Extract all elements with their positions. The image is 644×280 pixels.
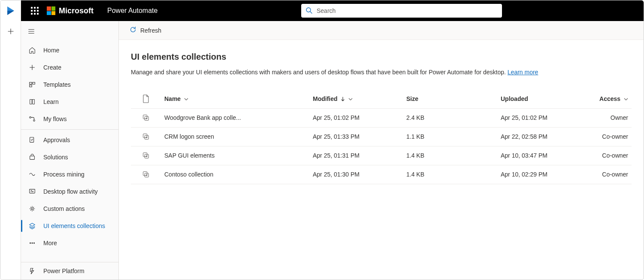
refresh-button[interactable]: Refresh (126, 23, 165, 37)
refresh-label: Refresh (140, 27, 161, 34)
chevron-down-icon (348, 97, 353, 101)
process-mining-icon (28, 170, 36, 179)
svg-rect-1 (30, 82, 32, 85)
sidebar-item-label: Process mining (43, 171, 85, 178)
microsoft-wordmark: Microsoft (59, 6, 94, 15)
column-header-size[interactable]: Size (403, 89, 497, 108)
svg-rect-8 (30, 189, 35, 193)
table-row[interactable]: SAP GUI elements Apr 25, 01:31 PM 1.4 KB… (131, 146, 632, 165)
sidebar-item-label: Solutions (43, 154, 68, 161)
sidebar-item-home[interactable]: Home (21, 42, 118, 59)
column-header-modified[interactable]: Modified (309, 89, 403, 108)
cell-uploaded: Apr 10, 03:47 PM (501, 152, 547, 159)
sidebar-item-solutions[interactable]: Solutions (21, 149, 118, 166)
sidebar-item-label: Approvals (43, 137, 70, 143)
command-bar: Refresh (119, 21, 644, 40)
sidebar-item-create[interactable]: Create (21, 59, 118, 76)
flows-icon (28, 115, 36, 123)
cell-modified: Apr 25, 01:31 PM (313, 152, 360, 159)
sort-descending-icon (341, 97, 345, 102)
svg-rect-6 (30, 137, 34, 143)
sidebar-item-power-platform[interactable]: Power Platform (21, 262, 118, 280)
cell-uploaded: Apr 10, 02:29 PM (501, 171, 547, 178)
chevron-down-icon (624, 97, 628, 101)
custom-actions-icon (28, 204, 36, 213)
top-header: Microsoft Power Automate (21, 0, 644, 21)
search-icon (305, 7, 312, 15)
svg-rect-3 (30, 85, 32, 87)
refresh-icon (129, 26, 137, 35)
cell-name: Contoso collection (164, 171, 213, 178)
collection-icon (134, 170, 157, 178)
column-header-uploaded[interactable]: Uploaded (497, 89, 592, 108)
hamburger-toggle[interactable] (21, 21, 42, 42)
cell-uploaded: Apr 25, 01:02 PM (501, 114, 547, 121)
cell-size: 1.4 KB (406, 152, 424, 159)
power-platform-icon (28, 267, 36, 275)
sidebar-item-label: Desktop flow activity (43, 188, 98, 195)
new-tab-button[interactable] (3, 24, 18, 39)
power-automate-app-icon[interactable] (3, 3, 18, 18)
table-row[interactable]: Contoso collection Apr 25, 01:30 PM 1.4 … (131, 165, 632, 184)
sidebar-divider (21, 129, 118, 130)
sidebar-item-label: My flows (43, 116, 67, 122)
collection-icon (134, 152, 157, 159)
cell-access: Co-owner (602, 133, 628, 140)
templates-icon (28, 80, 36, 89)
book-icon (28, 97, 36, 106)
search-input[interactable] (317, 7, 498, 14)
cell-size: 1.1 KB (406, 133, 424, 140)
microsoft-logo[interactable]: Microsoft (47, 6, 94, 15)
sidebar: Home Create Templates Learn (21, 21, 119, 280)
cell-name: SAP GUI elements (164, 152, 215, 159)
column-header-access[interactable]: Access (592, 89, 632, 108)
collection-icon (134, 133, 157, 140)
app-launcher-waffle-icon[interactable] (24, 0, 45, 21)
page-title: UI elements collections (131, 52, 632, 62)
svg-point-9 (31, 208, 33, 210)
svg-point-10 (30, 243, 30, 243)
cell-size: 1.4 KB (406, 171, 424, 178)
cell-modified: Apr 25, 01:33 PM (313, 133, 360, 140)
file-icon (134, 94, 157, 103)
table-row[interactable]: CRM logon screen Apr 25, 01:33 PM 1.1 KB… (131, 127, 632, 146)
layers-icon (28, 222, 36, 230)
cell-modified: Apr 25, 01:02 PM (313, 114, 360, 121)
activity-icon (28, 187, 36, 196)
sidebar-item-label: Custom actions (43, 205, 85, 212)
content-area: Refresh UI elements collections Manage a… (119, 21, 644, 280)
svg-point-12 (33, 243, 34, 243)
sidebar-item-label: Learn (43, 98, 59, 105)
column-header-name[interactable]: Name (161, 89, 309, 108)
sidebar-item-process-mining[interactable]: Process mining (21, 166, 118, 183)
sidebar-item-label: More (43, 240, 57, 247)
sidebar-item-label: Home (43, 47, 59, 54)
svg-rect-7 (30, 156, 35, 159)
home-icon (28, 46, 36, 55)
svg-point-0 (306, 8, 311, 12)
svg-rect-2 (33, 82, 35, 85)
sidebar-item-ui-elements-collections[interactable]: UI elements collections (21, 217, 118, 234)
learn-more-link[interactable]: Learn more (508, 69, 538, 76)
sidebar-item-learn[interactable]: Learn (21, 93, 118, 110)
sidebar-item-desktop-flow-activity[interactable]: Desktop flow activity (21, 183, 118, 200)
sidebar-item-templates[interactable]: Templates (21, 76, 118, 93)
cell-name: Woodgrove Bank app colle... (164, 114, 241, 121)
sidebar-item-approvals[interactable]: Approvals (21, 131, 118, 149)
cell-access: Co-owner (602, 152, 628, 159)
svg-point-5 (33, 120, 35, 122)
table-row[interactable]: Woodgrove Bank app colle... Apr 25, 01:0… (131, 108, 632, 127)
sidebar-item-more[interactable]: More (21, 234, 118, 252)
cell-size: 2.4 KB (406, 114, 424, 121)
app-title[interactable]: Power Automate (107, 7, 157, 15)
sidebar-item-custom-actions[interactable]: Custom actions (21, 200, 118, 217)
sidebar-item-my-flows[interactable]: My flows (21, 110, 118, 128)
solutions-icon (28, 153, 36, 161)
cell-modified: Apr 25, 01:30 PM (313, 171, 360, 178)
sidebar-item-label: Create (43, 64, 61, 71)
column-header-icon[interactable] (131, 89, 161, 108)
svg-point-4 (30, 117, 31, 119)
cell-access: Co-owner (602, 171, 628, 178)
cell-access: Owner (611, 114, 628, 121)
search-box[interactable] (301, 4, 502, 18)
